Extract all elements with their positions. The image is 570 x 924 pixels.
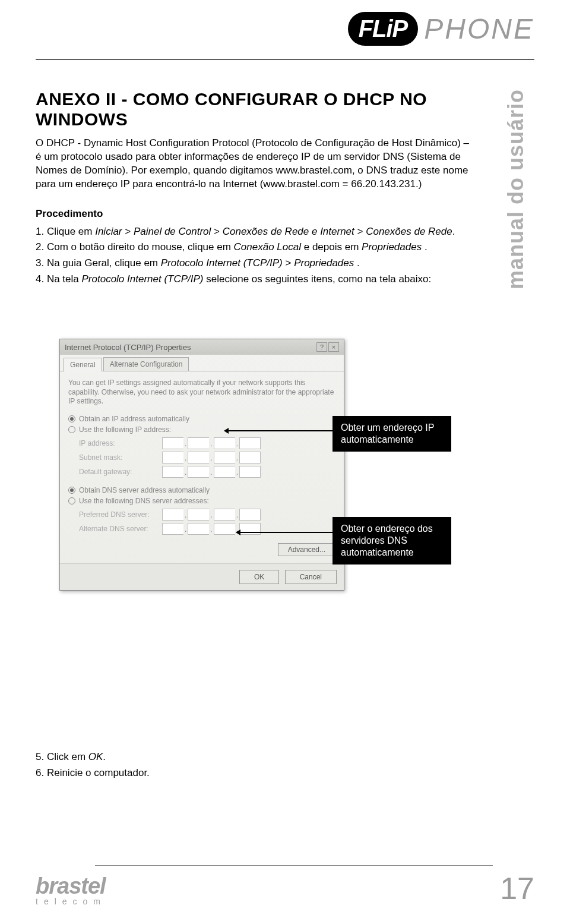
radio-obtain-ip-auto[interactable]: Obtain an IP address automatically — [68, 415, 335, 423]
advanced-button[interactable]: Advanced... — [278, 543, 335, 556]
tab-general[interactable]: General — [64, 358, 102, 371]
step-text: > — [211, 226, 222, 237]
radio-use-ip[interactable]: Use the following IP address: — [68, 425, 335, 434]
brastel-logo: brastel telecom — [36, 873, 106, 906]
dialog-title: Internet Protocol (TCP/IP) Properties — [65, 343, 191, 352]
page-number: 17 — [500, 871, 534, 906]
brand-subtitle: telecom — [36, 897, 106, 906]
ip-input[interactable]: ... — [162, 466, 261, 478]
step-text: 1. Clique em — [36, 226, 95, 237]
step-text: . — [452, 226, 455, 237]
callout-ip: Obter um endereço IP automaticamente — [332, 416, 451, 452]
step-em: Protocolo Internet (TCP/IP) — [82, 273, 204, 285]
step-6: 6. Reinicie o computador. — [36, 765, 150, 781]
dialog-tabs: General Alternate Configuration — [60, 355, 344, 371]
intro-paragraph: O DHCP - Dynamic Host Configuration Prot… — [36, 137, 475, 191]
field-ip: IP address: ... — [79, 437, 335, 449]
step-3: 3. Na guia Geral, clique em Protocolo In… — [36, 256, 475, 271]
flip-badge: FLiP — [348, 12, 419, 46]
step-em: Painel de Control — [134, 226, 211, 237]
radio-label: Obtain an IP address automatically — [79, 415, 189, 423]
main-content: ANEXO II - COMO CONFIGURAR O DHCP NO WIN… — [36, 89, 475, 288]
procedure-heading: Procedimento — [36, 208, 475, 220]
step-text: . — [103, 751, 106, 762]
field-label: IP address: — [79, 439, 162, 447]
arrow-line — [238, 532, 332, 533]
field-label: Default gateway: — [79, 468, 162, 476]
advanced-row: Advanced... — [68, 543, 335, 556]
ip-input[interactable]: ... — [162, 452, 261, 463]
step-1: 1. Clique em Iniciar > Painel de Control… — [36, 225, 475, 239]
ok-button[interactable]: OK — [239, 570, 279, 584]
radio-icon — [68, 487, 75, 494]
dialog-body: You can get IP settings assigned automat… — [60, 371, 344, 563]
step-text: selecione os seguintes itens, como na te… — [204, 273, 432, 285]
step-4: 4. Na tela Protocolo Internet (TCP/IP) s… — [36, 272, 475, 287]
radio-label: Obtain DNS server address automatically — [79, 486, 210, 494]
callout-dns: Obter o endereço dos servidores DNS auto… — [332, 517, 451, 565]
step-text: . — [422, 241, 427, 253]
ip-fields: IP address: ... Subnet mask: ... Default… — [79, 437, 335, 478]
radio-icon — [68, 497, 75, 504]
step-text: > — [354, 226, 366, 237]
footer-steps: 5. Click em OK. 6. Reinicie o computador… — [36, 749, 150, 781]
page-title: ANEXO II - COMO CONFIGURAR O DHCP NO WIN… — [36, 89, 475, 130]
ip-input[interactable]: ... — [162, 437, 261, 449]
brand-name: brastel — [36, 873, 106, 899]
step-em: Conexões de Rede e Internet — [223, 226, 354, 237]
procedure-steps: 1. Clique em Iniciar > Painel de Control… — [36, 225, 475, 287]
field-label: Alternate DNS server: — [79, 525, 162, 533]
close-icon[interactable]: × — [328, 342, 339, 352]
dialog-screenshot: Internet Protocol (TCP/IP) Properties ? … — [59, 339, 356, 591]
arrow-line — [226, 430, 332, 431]
step-em: Conexão Local — [234, 241, 301, 253]
header-divider — [36, 59, 534, 60]
step-em: Propriedades — [294, 257, 354, 269]
cancel-button[interactable]: Cancel — [285, 570, 337, 584]
radio-icon — [68, 415, 75, 422]
tab-alternate[interactable]: Alternate Configuration — [103, 357, 189, 371]
step-text: > — [122, 226, 134, 237]
field-preferred-dns: Preferred DNS server: ... — [79, 509, 335, 521]
step-em: Conexões de Rede — [366, 226, 452, 237]
side-label: manual do usuário — [504, 89, 528, 289]
step-em: Protocolo Internet (TCP/IP) — [161, 257, 283, 269]
step-em: Iniciar — [95, 226, 122, 237]
step-text: . — [354, 257, 359, 269]
step-text: e depois em — [301, 241, 362, 253]
radio-label: Use the following DNS server addresses: — [79, 497, 209, 505]
footer-divider — [95, 865, 493, 866]
radio-obtain-dns-auto[interactable]: Obtain DNS server address automatically — [68, 486, 335, 494]
field-label: Subnet mask: — [79, 453, 162, 462]
step-text: 4. Na tela — [36, 273, 82, 285]
titlebar-buttons: ? × — [316, 342, 339, 352]
step-em: Propriedades — [362, 241, 422, 253]
radio-icon — [68, 426, 75, 433]
dialog-help-text: You can get IP settings assigned automat… — [68, 379, 335, 406]
field-gateway: Default gateway: ... — [79, 466, 335, 478]
dialog-titlebar: Internet Protocol (TCP/IP) Properties ? … — [60, 339, 344, 355]
ip-input[interactable]: ... — [162, 509, 261, 521]
step-text: 5. Click em — [36, 751, 88, 762]
field-label: Preferred DNS server: — [79, 510, 162, 519]
phone-label: PHONE — [424, 12, 534, 45]
help-icon[interactable]: ? — [316, 342, 327, 352]
radio-use-dns[interactable]: Use the following DNS server addresses: — [68, 497, 335, 505]
step-text: > — [283, 257, 294, 269]
step-5: 5. Click em OK. — [36, 749, 150, 765]
radio-label: Use the following IP address: — [79, 425, 171, 434]
tcpip-dialog: Internet Protocol (TCP/IP) Properties ? … — [59, 339, 344, 591]
dns-fields: Preferred DNS server: ... Alternate DNS … — [79, 509, 335, 535]
dialog-footer: OK Cancel — [60, 563, 344, 590]
step-2: 2. Com o botão direito do mouse, clique … — [36, 240, 475, 255]
step-em: OK — [88, 751, 103, 762]
step-text: 3. Na guia Geral, clique em — [36, 257, 161, 269]
page-header: FLiP PHONE — [348, 12, 534, 46]
field-subnet: Subnet mask: ... — [79, 452, 335, 463]
step-text: 2. Com o botão direito do mouse, clique … — [36, 241, 234, 253]
